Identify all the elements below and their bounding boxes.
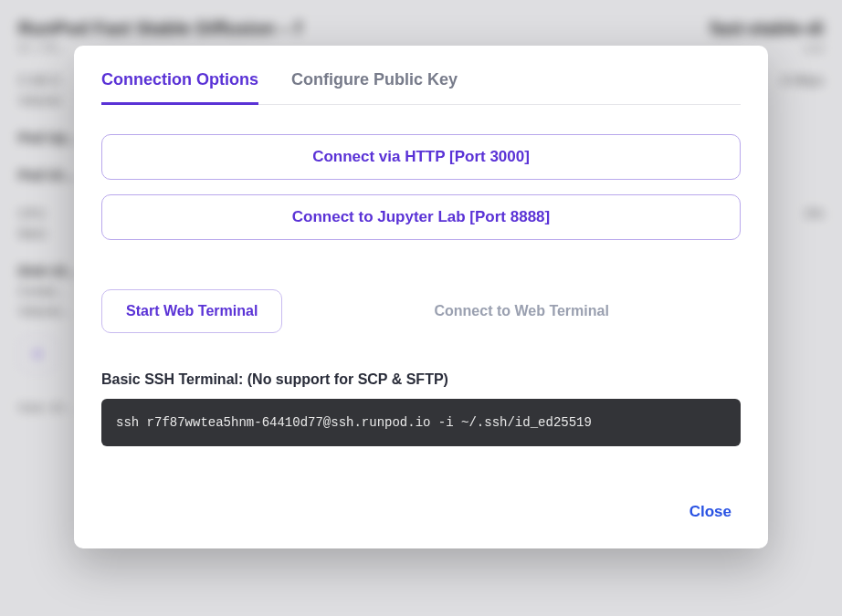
- ssh-command-box[interactable]: ssh r7f87wwtea5hnm-64410d77@ssh.runpod.i…: [101, 399, 741, 446]
- connect-http-button[interactable]: Connect via HTTP [Port 3000]: [101, 134, 741, 180]
- modal-footer: Close: [101, 497, 741, 527]
- connection-modal: Connection Options Configure Public Key …: [74, 46, 768, 548]
- modal-tabs: Connection Options Configure Public Key: [101, 69, 741, 105]
- connect-web-terminal-button: Connect to Web Terminal: [302, 289, 741, 333]
- tab-configure-public-key[interactable]: Configure Public Key: [291, 70, 458, 105]
- connect-jupyter-button[interactable]: Connect to Jupyter Lab [Port 8888]: [101, 194, 741, 240]
- terminal-row: Start Web Terminal Connect to Web Termin…: [101, 289, 741, 333]
- start-web-terminal-button[interactable]: Start Web Terminal: [101, 289, 282, 333]
- ssh-terminal-label: Basic SSH Terminal: (No support for SCP …: [101, 371, 741, 388]
- modal-overlay: Connection Options Configure Public Key …: [0, 0, 842, 616]
- close-button[interactable]: Close: [680, 497, 741, 527]
- tab-connection-options[interactable]: Connection Options: [101, 70, 258, 105]
